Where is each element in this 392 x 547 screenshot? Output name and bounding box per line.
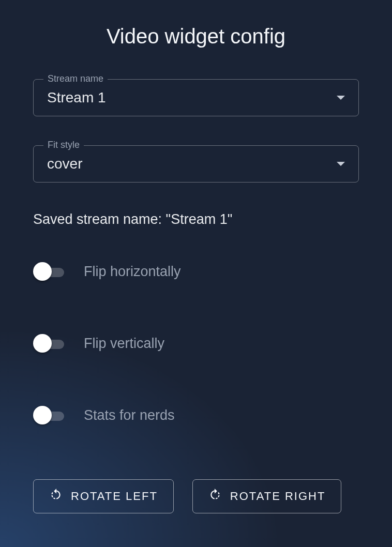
- flip-horizontal-row: Flip horizontally: [33, 264, 359, 280]
- fit-style-value: cover: [47, 156, 82, 172]
- stream-name-value: Stream 1: [47, 89, 106, 106]
- stream-name-label: Stream name: [43, 73, 108, 84]
- rotate-buttons: ROTATE LEFT ROTATE RIGHT: [33, 479, 359, 513]
- stats-row: Stats for nerds: [33, 407, 359, 423]
- flip-horizontal-toggle[interactable]: [33, 266, 69, 278]
- stats-label: Stats for nerds: [84, 407, 175, 423]
- fit-style-field: Fit style cover: [33, 145, 359, 183]
- flip-vertical-label: Flip vertically: [84, 336, 164, 352]
- config-panel: Video widget config Stream name Stream 1…: [0, 0, 392, 547]
- flip-horizontal-label: Flip horizontally: [84, 264, 181, 280]
- flip-vertical-toggle[interactable]: [33, 338, 69, 350]
- rotate-left-label: ROTATE LEFT: [71, 490, 158, 503]
- rotate-right-icon: [208, 488, 222, 505]
- stream-name-field: Stream name Stream 1: [33, 79, 359, 116]
- page-title: Video widget config: [33, 0, 359, 79]
- saved-stream-text: Saved stream name: "Stream 1": [33, 211, 359, 227]
- rotate-right-button[interactable]: ROTATE RIGHT: [192, 479, 342, 513]
- fit-style-select[interactable]: cover: [33, 145, 359, 183]
- chevron-down-icon: [337, 162, 345, 166]
- rotate-right-label: ROTATE RIGHT: [230, 490, 326, 503]
- chevron-down-icon: [337, 96, 345, 100]
- rotate-left-icon: [49, 488, 63, 505]
- stats-toggle[interactable]: [33, 409, 69, 422]
- flip-vertical-row: Flip vertically: [33, 336, 359, 352]
- rotate-left-button[interactable]: ROTATE LEFT: [33, 479, 174, 513]
- fit-style-label: Fit style: [43, 140, 84, 150]
- stream-name-select[interactable]: Stream 1: [33, 79, 359, 116]
